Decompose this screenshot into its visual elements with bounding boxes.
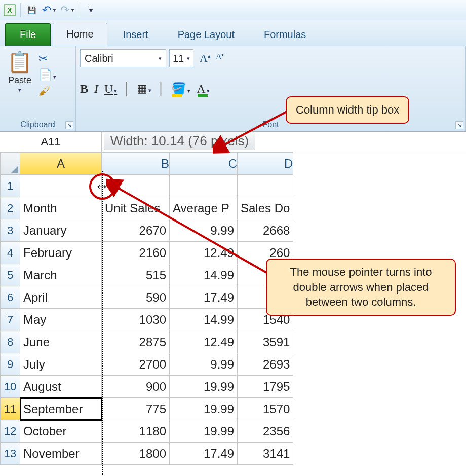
save-icon: 💾 [27,6,36,14]
row-header-1[interactable]: 1 [1,175,20,197]
cell-D10[interactable]: 1795 [238,376,293,398]
font-dialog-launcher[interactable]: ↘ [455,121,463,129]
cell-B8[interactable]: 2875 [102,331,170,353]
copy-button[interactable]: 📄▾ [38,68,56,82]
column-header-B[interactable]: B [102,153,170,175]
separator [20,3,21,17]
row-header-9[interactable]: 9 [1,353,20,376]
excel-app-icon: X [2,3,17,18]
grow-font-button[interactable]: A▴ [200,52,211,65]
redo-button[interactable]: ↷▾ [60,3,75,18]
cell-B10[interactable]: 900 [102,376,170,398]
tab-page layout[interactable]: Page Layout [164,23,248,46]
cell-C9[interactable]: 9.99 [170,353,238,376]
font-name-combo[interactable]: Calibri ▾ [80,49,166,67]
chevron-down-icon: ▾ [187,55,190,62]
shrink-font-button[interactable]: A▾ [216,52,224,65]
cell-C7[interactable]: 14.99 [170,309,238,331]
row-header-7[interactable]: 7 [1,309,20,331]
paste-button[interactable]: 📋 Paste ▾ [4,49,35,94]
undo-button[interactable]: ↶▾ [42,3,57,18]
cell-D8[interactable]: 3591 [238,331,293,353]
cell-A5[interactable]: March [20,264,102,286]
cell-A12[interactable]: October [20,420,102,443]
clipboard-dialog-launcher[interactable]: ↘ [65,121,73,129]
tab-home[interactable]: Home [53,23,107,46]
row-header-5[interactable]: 5 [1,264,20,286]
cell-A11[interactable]: September [20,398,102,420]
format-painter-button[interactable]: 🖌 [38,85,56,98]
svg-text:X: X [7,6,12,14]
cell-C10[interactable]: 19.99 [170,376,238,398]
cell-A3[interactable]: January [20,219,102,242]
name-box[interactable]: A11 [0,132,102,152]
font-size-combo[interactable]: 11 ▾ [169,49,193,67]
cell-A13[interactable]: November [20,443,102,465]
bucket-icon: 🪣 [171,82,186,95]
cell-D9[interactable]: 2693 [238,353,293,376]
svg-line-3 [115,187,268,274]
row-header-13[interactable]: 13 [1,443,20,465]
callout-arrow [213,105,294,156]
cell-B12[interactable]: 1180 [102,420,170,443]
chevron-down-icon[interactable]: ▾ [69,7,76,13]
undo-icon: ↶ [42,4,51,17]
tab-insert[interactable]: Insert [109,23,162,46]
font-name-value: Calibri [85,53,113,64]
cell-A4[interactable]: February [20,242,102,264]
copy-icon: 📄 [38,68,52,81]
cell-A9[interactable]: July [20,353,102,376]
row-header-11[interactable]: 11 [1,398,20,420]
tab-formulas[interactable]: Formulas [250,23,320,46]
font-color-button[interactable]: A▾ [197,82,209,96]
cell-A6[interactable]: April [20,286,102,309]
tab-file[interactable]: File [5,23,51,46]
row-header-10[interactable]: 10 [1,376,20,398]
cell-D11[interactable]: 1570 [238,398,293,420]
callout-arrow [106,177,279,284]
cell-B13[interactable]: 1800 [102,443,170,465]
row-header-3[interactable]: 3 [1,219,20,242]
cell-C11[interactable]: 19.99 [170,398,238,420]
cell-D12[interactable]: 2356 [238,420,293,443]
customize-qat-button[interactable]: ‾▾ [82,3,97,18]
cell-C8[interactable]: 12.49 [170,331,238,353]
cell-D13[interactable]: 3141 [238,443,293,465]
column-header-A[interactable]: A [20,153,102,175]
fill-color-button[interactable]: 🪣▾ [171,82,190,96]
row-header-12[interactable]: 12 [1,420,20,443]
cell-B6[interactable]: 590 [102,286,170,309]
row-header-8[interactable]: 8 [1,331,20,353]
cell-C12[interactable]: 19.99 [170,420,238,443]
font-size-value: 11 [173,53,184,64]
borders-button[interactable]: ▦▾ [137,82,151,95]
separator [79,3,79,17]
cell-A2[interactable]: Month [20,197,102,219]
cut-button[interactable]: ✂ [38,52,56,65]
cell-C6[interactable]: 17.49 [170,286,238,309]
cell-A7[interactable]: May [20,309,102,331]
italic-button[interactable]: I [94,82,98,96]
select-all-corner[interactable] [1,153,20,175]
cell-B11[interactable]: 775 [102,398,170,420]
row-header-2[interactable]: 2 [1,197,20,219]
quick-access-toolbar: X 💾 ↶▾ ↷▾ ‾▾ [0,0,466,20]
save-button[interactable]: 💾 [24,3,39,18]
chevron-down-icon[interactable]: ▾ [51,7,58,13]
clipboard-icon: 📋 [7,50,32,74]
cell-A8[interactable]: June [20,331,102,353]
paste-label: Paste [8,75,31,86]
cell-B9[interactable]: 2700 [102,353,170,376]
row-header-4[interactable]: 4 [1,242,20,264]
callout-pointer: The mouse pointer turns into double arro… [266,259,456,316]
callout-width-tip: Column width tip box [286,96,409,124]
svg-line-2 [222,111,289,146]
group-label-clipboard: Clipboard [4,118,71,130]
cell-C13[interactable]: 17.49 [170,443,238,465]
bold-button[interactable]: B [80,82,88,96]
ribbon-tab-bar: File HomeInsertPage LayoutFormulas [0,20,466,46]
cell-B7[interactable]: 1030 [102,309,170,331]
row-header-6[interactable]: 6 [1,286,20,309]
underline-button[interactable]: U▾ [104,82,117,96]
cell-A10[interactable]: August [20,376,102,398]
